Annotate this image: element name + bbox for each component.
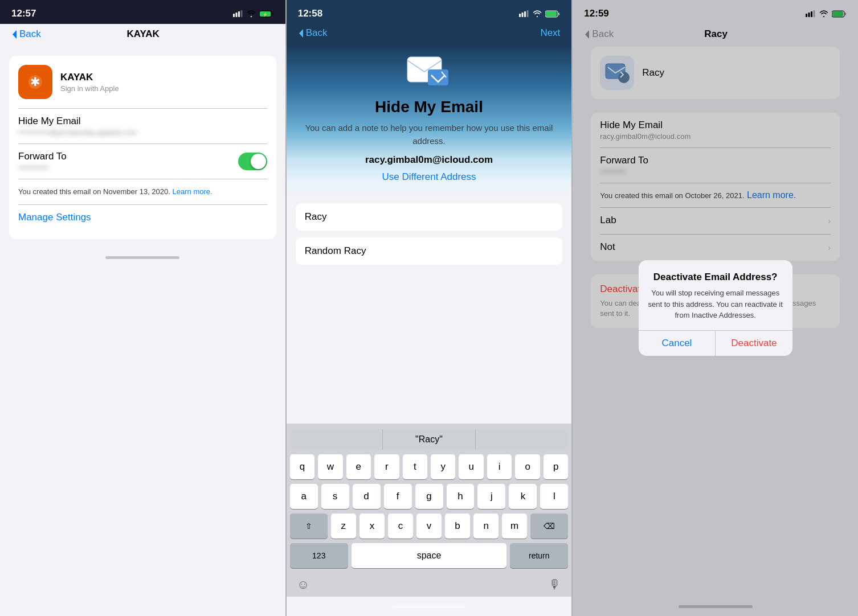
screen1-content: ✱ KAYAK Sign in with Apple Hide My Email… — [0, 47, 285, 248]
manage-settings-btn[interactable]: Manage Settings — [18, 205, 267, 230]
keyboard-row-2: a s d f g h j k l — [290, 484, 569, 509]
mic-icon[interactable]: 🎙 — [549, 577, 561, 592]
app-icon-kayak: ✱ — [18, 65, 52, 99]
nav-bar-2: Back Next — [287, 23, 572, 47]
use-different-address-btn[interactable]: Use Different Address — [382, 171, 476, 182]
key-e[interactable]: e — [346, 454, 371, 479]
created-text: You created this email on November 13, 2… — [18, 179, 267, 205]
key-b[interactable]: b — [445, 514, 470, 539]
status-icons-1: ⚡ — [233, 10, 274, 18]
status-icons-2 — [519, 10, 560, 18]
svg-rect-16 — [558, 13, 559, 15]
key-j[interactable]: j — [477, 484, 505, 509]
key-c[interactable]: c — [388, 514, 413, 539]
signal-icon-1 — [233, 10, 243, 17]
key-q[interactable]: q — [290, 454, 314, 479]
keyboard-row-3: ⇧ z x c v b n m ⌫ — [290, 514, 569, 539]
forward-value: •••••••••••• — [18, 163, 67, 172]
key-s[interactable]: s — [321, 484, 349, 509]
keyboard-suggestions: "Racy" — [290, 429, 569, 450]
key-numbers[interactable]: 123 — [290, 543, 348, 568]
status-bar-2: 12:58 — [287, 0, 572, 23]
note-input[interactable]: Random Racy — [296, 237, 563, 265]
nav-bar-1: Back KAYAK — [0, 24, 285, 47]
svg-text:⚡: ⚡ — [262, 12, 267, 17]
app-subtitle: Sign in with Apple — [60, 84, 119, 93]
key-k[interactable]: k — [509, 484, 537, 509]
key-z[interactable]: z — [331, 514, 356, 539]
label-input[interactable]: Racy — [296, 203, 563, 231]
suggestion-right[interactable] — [476, 429, 568, 450]
hide-email-row: Hide My Email ••••••••••••@privaterelay.… — [18, 109, 267, 144]
alert-content: Deactivate Email Address? You will stop … — [639, 260, 792, 330]
svg-text:✱: ✱ — [30, 75, 40, 89]
app-header: ✱ KAYAK Sign in with Apple — [18, 65, 267, 109]
hide-email-label: Hide My Email — [18, 116, 267, 127]
key-w[interactable]: w — [318, 454, 342, 479]
hide-email-desc: You can add a note to help you remember … — [300, 122, 558, 147]
key-return[interactable]: return — [510, 543, 568, 568]
key-p[interactable]: p — [544, 454, 568, 479]
home-bar-1 — [105, 256, 179, 259]
key-t[interactable]: t — [403, 454, 427, 479]
key-h[interactable]: h — [447, 484, 475, 509]
hide-email-value: ••••••••••••@privaterelay.appleid.com — [18, 128, 267, 137]
keyboard-row-4: 123 space return — [290, 543, 569, 568]
home-indicator-1 — [0, 248, 285, 268]
emoji-icon[interactable]: ☺ — [297, 577, 309, 592]
alert-cancel-btn[interactable]: Cancel — [639, 331, 716, 356]
svg-rect-18 — [428, 69, 448, 85]
screen2: 12:58 — [287, 0, 572, 616]
key-space[interactable]: space — [352, 543, 506, 568]
key-o[interactable]: o — [515, 454, 540, 479]
keyboard-bottom: ☺ 🎙 — [290, 573, 569, 594]
screen3: 12:59 Back Racy — [573, 0, 858, 616]
key-v[interactable]: v — [416, 514, 442, 539]
envelope-icon — [406, 52, 452, 89]
svg-rect-11 — [522, 13, 524, 17]
key-g[interactable]: g — [415, 484, 443, 509]
signal-icon-2 — [519, 10, 529, 17]
key-delete[interactable]: ⌫ — [530, 514, 568, 539]
key-m[interactable]: m — [502, 514, 527, 539]
alert-actions: Cancel Deactivate — [639, 330, 792, 356]
alert-overlay: Deactivate Email Address? You will stop … — [573, 0, 858, 616]
suggestion-left[interactable] — [290, 429, 383, 450]
suggestion-middle[interactable]: "Racy" — [383, 429, 476, 450]
forward-toggle[interactable] — [238, 153, 267, 170]
key-x[interactable]: x — [359, 514, 385, 539]
keyboard: "Racy" q w e r t y u i o p a s d f — [287, 424, 572, 597]
home-indicator-2 — [287, 597, 572, 616]
key-i[interactable]: i — [487, 454, 512, 479]
back-button-1[interactable]: Back — [11, 28, 41, 40]
body-area: Racy Random Racy — [287, 196, 572, 424]
screen1: 12:57 ⚡ Back — [0, 0, 285, 616]
key-u[interactable]: u — [459, 454, 483, 479]
key-a[interactable]: a — [290, 484, 318, 509]
svg-rect-12 — [524, 11, 526, 17]
key-shift[interactable]: ⇧ — [290, 514, 328, 539]
back-button-2[interactable]: Back — [298, 27, 328, 39]
alert-dialog: Deactivate Email Address? You will stop … — [639, 260, 792, 356]
home-bar-2 — [392, 605, 466, 608]
app-card: ✱ KAYAK Sign in with Apple Hide My Email… — [9, 56, 276, 239]
key-l[interactable]: l — [540, 484, 568, 509]
alert-message: You will stop receiving email messages s… — [648, 288, 783, 321]
key-f[interactable]: f — [384, 484, 412, 509]
battery-icon-2 — [545, 10, 560, 18]
forward-left: Forward To •••••••••••• — [18, 151, 67, 172]
svg-rect-1 — [235, 13, 237, 17]
learn-more-link-1[interactable]: Learn more. — [173, 187, 213, 196]
forward-label: Forward To — [18, 151, 67, 162]
wifi-icon-1 — [247, 10, 256, 17]
hide-email-address: racy.gimbal0m@icloud.com — [300, 154, 558, 166]
alert-deactivate-btn[interactable]: Deactivate — [716, 331, 792, 356]
key-y[interactable]: y — [431, 454, 455, 479]
wifi-icon-2 — [533, 10, 542, 17]
keyboard-row-1: q w e r t y u i o p — [290, 454, 569, 479]
key-n[interactable]: n — [473, 514, 499, 539]
next-button[interactable]: Next — [540, 27, 560, 39]
key-d[interactable]: d — [353, 484, 381, 509]
key-r[interactable]: r — [374, 454, 399, 479]
forward-row: Forward To •••••••••••• — [18, 144, 267, 179]
